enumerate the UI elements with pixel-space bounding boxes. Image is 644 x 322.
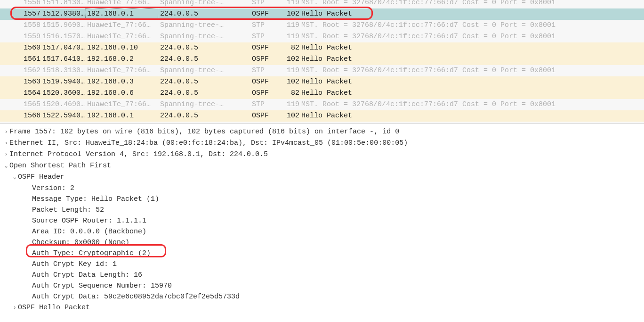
detail-ospf-hello[interactable]: OSPF Hello Packet [3,302,641,314]
packet-row[interactable]: 15611517.6410…192.168.0.2224.0.0.5OSPF10… [0,54,644,65]
cell-len: 102 [281,76,299,88]
cell-info: MST. Root = 32768/0/4c:1f:cc:77:66:d7 Co… [299,65,644,76]
cell-len: 119 [281,99,299,110]
detail-seq: Auth Crypt Sequence Number: 15970 [3,281,641,291]
cell-proto: OSPF [250,88,281,99]
cell-proto: STP [250,0,281,8]
cell-len: 102 [281,110,299,122]
detail-data: Auth Crypt Data: 59c2e6c08952da7cbc0f2ef… [3,291,641,302]
cell-time: 1519.5940… [40,76,85,88]
cell-no: 1565 [17,99,40,110]
cell-dst: Spanning-tree-… [158,0,250,8]
cell-no: 1564 [17,88,40,99]
cell-no: 1560 [17,42,40,54]
detail-frame[interactable]: Frame 1557: 102 bytes on wire (816 bits)… [3,126,641,138]
cell-no: 1563 [17,76,40,88]
detail-dlen: Auth Crypt Data Length: 16 [3,270,641,281]
cell-len: 119 [281,0,299,8]
cell-proto: STP [250,31,281,42]
cell-len: 102 [281,8,299,20]
cell-proto: OSPF [250,76,281,88]
cell-time: 1516.1570… [40,31,85,42]
detail-plen: Packet Length: 52 [3,205,641,215]
detail-ethernet[interactable]: Ethernet II, Src: HuaweiTe_18:24:ba (00:… [3,138,641,149]
cell-time: 1520.3600… [40,88,85,99]
packet-row[interactable]: 15641520.3600…192.168.0.6224.0.0.5OSPF82… [0,88,644,99]
detail-area: Area ID: 0.0.0.0 (Backbone) [3,226,641,237]
cell-info: Hello Packet [299,54,644,65]
cell-info: MST. Root = 32768/0/4c:1f:cc:77:66:d7 Co… [299,20,644,31]
packet-row[interactable]: 15601517.0470…192.168.0.10224.0.0.5OSPF8… [0,42,644,54]
cell-info: MST. Root = 32768/0/4c:1f:cc:77:66:d7 Co… [299,0,644,8]
cell-len: 102 [281,54,299,65]
packet-row[interactable]: 15661522.5940…192.168.0.1224.0.0.5OSPF10… [0,110,644,122]
cell-len: 119 [281,31,299,42]
cell-no: 1556 [17,0,40,8]
cell-info: Hello Packet [299,8,644,20]
cell-proto: STP [250,65,281,76]
chevron-right-icon[interactable] [3,138,9,149]
chevron-right-icon[interactable] [3,127,9,138]
packet-list[interactable]: 15561511.8130…HuaweiTe_77:66…Spanning-tr… [0,0,644,124]
packet-row[interactable]: 15581515.9690…HuaweiTe_77:66…Spanning-tr… [0,20,644,31]
detail-ospf[interactable]: Open Shortest Path First [3,160,641,172]
cell-dst: 224.0.0.5 [158,54,250,65]
cell-no: 1557 [17,8,40,20]
cell-time: 1511.8130… [40,0,85,8]
cell-src: HuaweiTe_77:66… [85,20,158,31]
cell-len: 119 [281,20,299,31]
cell-info: Hello Packet [299,88,644,99]
packet-row[interactable]: 15571512.9380…192.168.0.1224.0.0.5OSPF10… [0,8,644,20]
cell-proto: STP [250,20,281,31]
cell-info: Hello Packet [299,110,644,122]
cell-time: 1518.3130… [40,65,85,76]
cell-src: 192.168.0.6 [85,88,158,99]
chevron-down-icon[interactable] [11,172,18,183]
cell-proto: OSPF [250,54,281,65]
chevron-right-icon[interactable] [11,303,18,314]
cell-proto: STP [250,99,281,110]
detail-srcr: Source OSPF Router: 1.1.1.1 [3,215,641,226]
chevron-right-icon[interactable] [3,149,9,160]
cell-info: MST. Root = 32768/0/4c:1f:cc:77:66:d7 Co… [299,31,644,42]
cell-time: 1515.9690… [40,20,85,31]
detail-msgtype: Message Type: Hello Packet (1) [3,194,641,205]
cell-dst: 224.0.0.5 [158,88,250,99]
cell-no: 1559 [17,31,40,42]
packet-row[interactable]: 15561511.8130…HuaweiTe_77:66…Spanning-tr… [0,0,644,8]
detail-cksum: Checksum: 0x0000 (None) [3,237,641,248]
detail-ospf-header[interactable]: OSPF Header [3,172,641,183]
cell-no: 1562 [17,65,40,76]
cell-src: 192.168.0.1 [85,110,158,122]
packet-row[interactable]: 15631519.5940…192.168.0.3224.0.0.5OSPF10… [0,76,644,88]
cell-dst: 224.0.0.5 [158,42,250,54]
detail-authtype: Auth Type: Cryptographic (2) [3,248,641,259]
cell-time: 1517.0470… [40,42,85,54]
packet-row[interactable]: 15591516.1570…HuaweiTe_77:66…Spanning-tr… [0,31,644,42]
detail-ip[interactable]: Internet Protocol Version 4, Src: 192.16… [3,149,641,160]
cell-time: 1520.4690… [40,99,85,110]
cell-no: 1558 [17,20,40,31]
cell-no: 1566 [17,110,40,122]
cell-proto: OSPF [250,8,281,20]
chevron-down-icon[interactable] [3,161,9,172]
cell-dst: 224.0.0.5 [158,8,250,20]
cell-dst: 224.0.0.5 [158,76,250,88]
cell-len: 82 [281,88,299,99]
cell-src: 192.168.0.1 [85,8,158,20]
packet-row[interactable]: 15621518.3130…HuaweiTe_77:66…Spanning-tr… [0,65,644,76]
cell-dst: Spanning-tree-… [158,65,250,76]
cell-src: HuaweiTe_77:66… [85,65,158,76]
detail-version: Version: 2 [3,183,641,194]
packet-row[interactable]: 15651520.4690…HuaweiTe_77:66…Spanning-tr… [0,99,644,110]
cell-proto: OSPF [250,110,281,122]
cell-src: 192.168.0.3 [85,76,158,88]
packet-details[interactable]: Frame 1557: 102 bytes on wire (816 bits)… [0,124,644,322]
cell-src: HuaweiTe_77:66… [85,0,158,8]
cell-src: HuaweiTe_77:66… [85,31,158,42]
cell-src: 192.168.0.10 [85,42,158,54]
cell-dst: Spanning-tree-… [158,99,250,110]
cell-src: HuaweiTe_77:66… [85,99,158,110]
cell-time: 1517.6410… [40,54,85,65]
cell-proto: OSPF [250,42,281,54]
